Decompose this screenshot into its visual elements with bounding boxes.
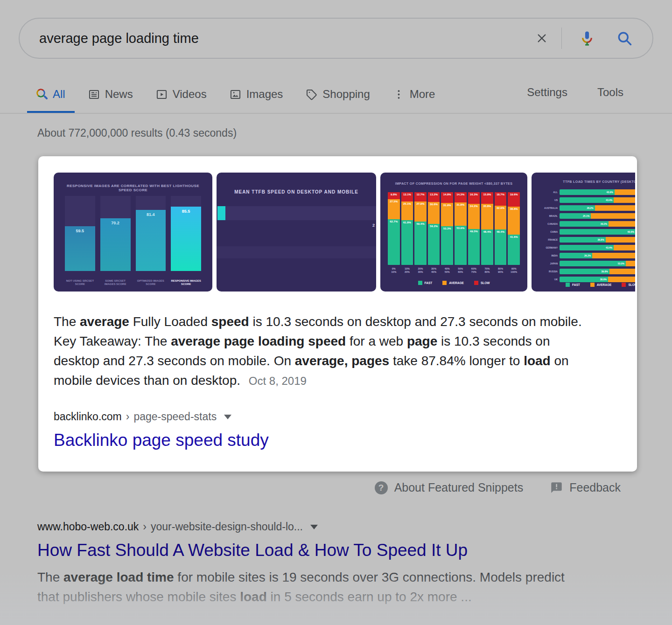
search-bar[interactable]: average page loading time: [19, 18, 653, 59]
shopping-icon: [305, 88, 318, 101]
news-icon: [88, 88, 100, 101]
featured-snippet-card: RESPONSIVE IMAGES ARE CORRELATED WITH BE…: [38, 156, 637, 472]
breadcrumb-path: your-website-design-should-lo...: [151, 521, 303, 533]
tab-all[interactable]: All: [27, 77, 75, 113]
search-colored-icon: [36, 89, 48, 100]
microphone-icon[interactable]: [579, 30, 595, 47]
divider: [561, 28, 562, 49]
featured-result-title-link[interactable]: Backlinko page speed study: [54, 431, 622, 450]
breadcrumb-separator: ›: [126, 410, 130, 423]
snippet-date: Oct 8, 2019: [249, 375, 307, 387]
more-icon: [392, 88, 405, 101]
feedback-icon: [550, 481, 563, 494]
breadcrumb-domain: www.hobo-web.co.uk: [37, 521, 139, 533]
breadcrumb[interactable]: backlinko.com › page-speed-stats: [54, 410, 622, 423]
tab-label: Shopping: [322, 88, 370, 101]
result-type-tabs: AllNewsVideosImagesShoppingMore Settings…: [0, 77, 672, 114]
organic-result: www.hobo-web.co.uk › your-website-design…: [37, 521, 672, 607]
result-options-caret-icon[interactable]: [310, 525, 318, 529]
results-stats: About 772,000,000 results (0.43 seconds): [37, 127, 672, 139]
tab-label: Videos: [173, 88, 207, 101]
chart-title: RESPONSIVE IMAGES ARE CORRELATED WITH BE…: [54, 184, 212, 192]
search-input[interactable]: average page loading time: [39, 31, 534, 46]
feedback-link[interactable]: Feedback: [550, 481, 621, 494]
menu-settings[interactable]: Settings: [527, 86, 567, 99]
about-featured-snippets-link[interactable]: ? About Featured Snippets: [375, 481, 524, 494]
tab-images[interactable]: Images: [220, 77, 293, 113]
tab-more[interactable]: More: [383, 77, 445, 113]
tab-videos[interactable]: Videos: [146, 77, 216, 113]
snippet-footer: ? About Featured Snippets Feedback: [0, 481, 621, 494]
snippet-text: The average Fully Loaded speed is 10.3 s…: [54, 312, 593, 391]
search-icon[interactable]: [616, 30, 633, 47]
chart-thumb-lighthouse-score[interactable]: RESPONSIVE IMAGES ARE CORRELATED WITH BE…: [54, 173, 212, 292]
clear-icon[interactable]: [534, 31, 549, 46]
tab-news[interactable]: News: [78, 77, 142, 113]
result-title-link[interactable]: How Fast Should A Website Load & How To …: [37, 541, 672, 560]
breadcrumb-domain: backlinko.com: [54, 410, 122, 423]
videos-icon: [155, 88, 168, 101]
tab-label: News: [105, 88, 133, 101]
tab-label: Images: [246, 88, 283, 101]
images-icon: [229, 88, 242, 101]
breadcrumb[interactable]: www.hobo-web.co.uk › your-website-design…: [37, 521, 672, 533]
chart-thumb-compression-impact[interactable]: IMPACT OF COMPRESSION ON FOR PAGE WEIGHT…: [380, 173, 527, 292]
breadcrumb-path: page-speed-stats: [133, 410, 217, 423]
tab-label: More: [410, 88, 435, 101]
tab-shopping[interactable]: Shopping: [296, 77, 379, 113]
tab-label: All: [53, 88, 65, 101]
snippet-rich-text: The average Fully Loaded speed is 10.3 s…: [54, 314, 582, 388]
chart-thumb-ttfb-speed[interactable]: MEAN TTFB SPEED ON DESKTOP AND MOBILE2: [217, 173, 376, 292]
menu-tools[interactable]: Tools: [597, 86, 623, 99]
snippet-image-strip: RESPONSIVE IMAGES ARE CORRELATED WITH BE…: [54, 173, 635, 292]
result-description: The average load time for mobile sites i…: [37, 568, 586, 607]
chart-thumb-ttfb-by-country[interactable]: TTFB LOAD TIMES BY COUNTRY (DESKTOP)ALL4…: [532, 173, 635, 292]
breadcrumb-separator: ›: [143, 521, 147, 533]
help-question-icon: ?: [375, 481, 388, 494]
result-options-caret-icon[interactable]: [224, 415, 231, 419]
